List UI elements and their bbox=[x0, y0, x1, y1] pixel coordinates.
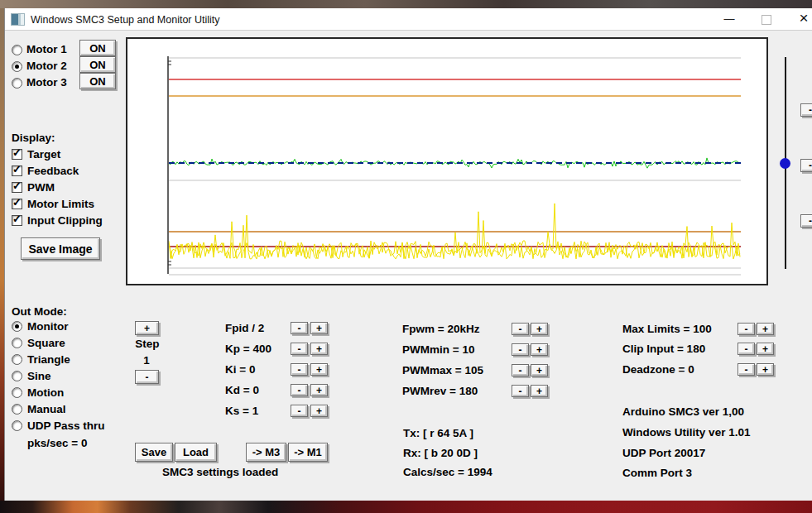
out-mode-motion-radio[interactable] bbox=[12, 387, 22, 398]
save-button[interactable]: Save bbox=[135, 443, 173, 462]
pwmrev-plus-button[interactable]: + bbox=[531, 385, 548, 397]
pwmrev-minus-button[interactable]: - bbox=[512, 385, 529, 397]
minimize-button[interactable]: — bbox=[718, 11, 740, 27]
fpid-minus-button[interactable]: - bbox=[291, 322, 308, 334]
maximize-icon bbox=[762, 15, 771, 25]
arduino-version-text: Arduino SMC3 ver 1,00 bbox=[622, 405, 744, 419]
rx-readout: Rx: [ b 20 0D ] bbox=[403, 446, 478, 460]
desktop-wallpaper-bottom bbox=[0, 501, 812, 513]
out-mode-udp-radio[interactable] bbox=[12, 420, 22, 431]
motor3-radio[interactable] bbox=[12, 78, 22, 89]
position-slider-thumb[interactable] bbox=[780, 158, 790, 169]
pwmmax-minus-button[interactable]: - bbox=[512, 364, 529, 376]
kp-minus-button[interactable]: - bbox=[291, 343, 308, 355]
right-stepper-minus-2[interactable]: - bbox=[800, 159, 812, 172]
feedback-trace bbox=[169, 158, 740, 168]
motor1-label: Motor 1 bbox=[26, 42, 67, 56]
pwm-checkbox-label: PWM bbox=[27, 180, 55, 194]
input-clipping-checkbox-label: Input Clipping bbox=[27, 213, 103, 228]
out-mode-square-radio[interactable] bbox=[12, 338, 22, 348]
target-checkbox-label: Target bbox=[27, 147, 60, 161]
kp-plus-button[interactable]: + bbox=[310, 343, 328, 355]
send-to-m1-button[interactable]: -> M1 bbox=[288, 443, 328, 462]
pwmmin-plus-button[interactable]: + bbox=[531, 343, 548, 356]
motor2-label: Motor 2 bbox=[26, 59, 67, 73]
app-icon bbox=[11, 13, 25, 26]
ki-label: Ki = 0 bbox=[225, 362, 255, 376]
kd-minus-button[interactable]: - bbox=[291, 384, 308, 396]
feedback-checkbox-label: Feedback bbox=[27, 164, 79, 178]
kd-plus-button[interactable]: + bbox=[310, 384, 328, 396]
out-mode-motion-label: Motion bbox=[27, 386, 64, 400]
out-mode-triangle-radio[interactable] bbox=[12, 354, 22, 365]
clip-input-minus-button[interactable]: - bbox=[738, 343, 755, 355]
pks-per-sec-value: pks/sec = 0 bbox=[27, 436, 87, 450]
fpwm-label: Fpwm = 20kHz bbox=[402, 322, 479, 336]
desktop: Windows SMC3 Setup and Monitor Utility —… bbox=[0, 0, 812, 513]
tx-readout: Tx: [ r 64 5A ] bbox=[403, 426, 473, 440]
out-mode-heading: Out Mode: bbox=[12, 304, 67, 319]
motor1-on-button[interactable]: ON bbox=[79, 40, 116, 56]
desktop-wallpaper-top bbox=[0, 0, 812, 8]
kd-label: Kd = 0 bbox=[225, 383, 259, 397]
out-mode-monitor-label: Monitor bbox=[27, 319, 69, 333]
send-to-m3-button[interactable]: -> M3 bbox=[246, 443, 286, 462]
max-limits-label: Max Limits = 100 bbox=[622, 322, 712, 336]
ks-label: Ks = 1 bbox=[225, 404, 258, 418]
ki-plus-button[interactable]: + bbox=[310, 363, 328, 376]
motor2-radio[interactable] bbox=[12, 61, 22, 72]
deadzone-plus-button[interactable]: + bbox=[757, 363, 774, 376]
out-mode-square-label: Square bbox=[27, 336, 65, 350]
out-mode-manual-radio[interactable] bbox=[12, 404, 22, 415]
out-mode-triangle-label: Triangle bbox=[27, 352, 70, 367]
max-limits-plus-button[interactable]: + bbox=[757, 323, 774, 335]
fpwm-minus-button[interactable]: - bbox=[512, 323, 529, 335]
load-button[interactable]: Load bbox=[175, 443, 217, 462]
out-mode-sine-radio[interactable] bbox=[12, 371, 22, 381]
motor3-on-button[interactable]: ON bbox=[79, 73, 116, 89]
udp-port-text: UDP Port 20017 bbox=[622, 446, 705, 460]
pwmmax-plus-button[interactable]: + bbox=[531, 364, 548, 376]
check-icon: ✓ bbox=[12, 147, 22, 159]
fpid-plus-button[interactable]: + bbox=[310, 322, 328, 334]
out-mode-sine-label: Sine bbox=[27, 369, 51, 383]
pwmmin-minus-button[interactable]: - bbox=[512, 343, 529, 356]
step-value: 1 bbox=[135, 353, 158, 367]
clip-input-label: Clip Input = 180 bbox=[622, 342, 705, 356]
deadzone-label: Deadzone = 0 bbox=[622, 362, 694, 376]
check-icon: ✓ bbox=[12, 197, 22, 209]
check-icon: ✓ bbox=[12, 213, 22, 225]
check-icon: ✓ bbox=[12, 164, 22, 175]
maximize-button[interactable] bbox=[757, 11, 777, 27]
out-mode-monitor-radio[interactable] bbox=[12, 321, 22, 332]
max-limits-minus-button[interactable]: - bbox=[738, 323, 755, 335]
right-stepper-minus-3[interactable]: - bbox=[800, 214, 812, 228]
pwm-checkbox[interactable]: ✓ bbox=[12, 182, 22, 193]
pwmmax-label: PWMmax = 105 bbox=[402, 363, 483, 377]
motor2-on-button[interactable]: ON bbox=[79, 56, 116, 73]
ki-minus-button[interactable]: - bbox=[291, 363, 308, 376]
step-label: Step bbox=[133, 337, 161, 351]
save-image-button[interactable]: Save Image bbox=[21, 237, 100, 260]
feedback-checkbox[interactable]: ✓ bbox=[12, 165, 22, 176]
motor-limits-checkbox[interactable]: ✓ bbox=[12, 199, 22, 209]
right-stepper-minus-1[interactable]: - bbox=[800, 103, 812, 117]
ks-minus-button[interactable]: - bbox=[291, 405, 308, 417]
fpwm-plus-button[interactable]: + bbox=[531, 323, 548, 335]
pwmrev-label: PWMrev = 180 bbox=[402, 384, 478, 398]
deadzone-minus-button[interactable]: - bbox=[738, 363, 755, 376]
clip-input-plus-button[interactable]: + bbox=[757, 343, 774, 355]
chart-panel bbox=[126, 37, 768, 285]
motor1-radio[interactable] bbox=[12, 45, 22, 55]
close-button[interactable]: × bbox=[794, 7, 812, 29]
signal-plot bbox=[127, 39, 766, 284]
step-plus-button[interactable]: + bbox=[135, 321, 159, 335]
step-minus-button[interactable]: - bbox=[135, 370, 159, 384]
ks-plus-button[interactable]: + bbox=[310, 405, 328, 417]
target-checkbox[interactable]: ✓ bbox=[12, 149, 22, 160]
fpid-label: Fpid / 2 bbox=[225, 321, 264, 335]
out-mode-manual-label: Manual bbox=[27, 402, 66, 416]
calcs-per-sec-readout: Calcs/sec = 1994 bbox=[403, 465, 492, 479]
out-mode-udp-label: UDP Pass thru bbox=[27, 419, 105, 433]
input-clipping-checkbox[interactable]: ✓ bbox=[12, 215, 22, 226]
